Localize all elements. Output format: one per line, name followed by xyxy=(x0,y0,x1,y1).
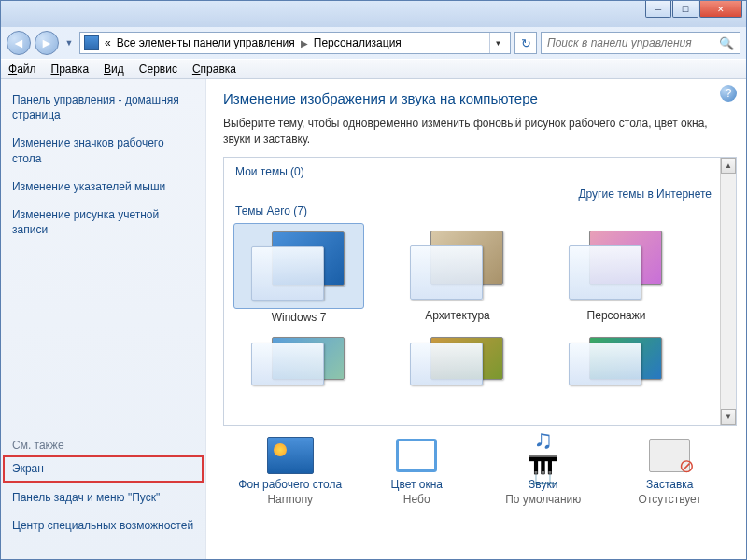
sidebar-link-icons[interactable]: Изменение значков рабочего стола xyxy=(12,135,194,165)
footer-window-color[interactable]: Цвет окна Небо xyxy=(356,437,477,506)
search-box: 🔍 xyxy=(541,32,740,54)
help-icon[interactable]: ? xyxy=(720,85,737,102)
theme-windows7[interactable]: Windows 7 xyxy=(233,223,364,324)
back-button[interactable]: ◄ xyxy=(7,31,31,55)
menu-edit-label: равка xyxy=(59,63,89,76)
control-panel-icon xyxy=(84,35,99,50)
forward-button[interactable]: ► xyxy=(35,31,59,55)
menu-tools[interactable]: Сервис xyxy=(139,63,177,76)
footer-value: Отсутствует xyxy=(609,493,730,506)
minimize-button[interactable]: ─ xyxy=(645,1,671,18)
maximize-button[interactable]: ☐ xyxy=(672,1,698,18)
menu-edit[interactable]: Правка xyxy=(51,63,90,76)
desktop-background-icon xyxy=(267,437,314,474)
sidebar-link-taskbar[interactable]: Панель задач и меню "Пуск" xyxy=(12,490,194,505)
footer-sounds[interactable]: ♫🎹 Звуки По умолчанию xyxy=(483,437,604,506)
address-dropdown[interactable]: ▼ xyxy=(489,33,506,53)
theme-item[interactable] xyxy=(551,329,682,393)
refresh-button[interactable]: ↻ xyxy=(514,32,537,54)
close-button[interactable]: ✕ xyxy=(699,1,742,18)
footer-label: Звуки xyxy=(483,478,604,491)
page-subtitle: Выберите тему, чтобы одновременно измени… xyxy=(223,116,737,147)
window: ─ ☐ ✕ ◄ ► ▼ « Все элементы панели управл… xyxy=(0,0,747,560)
sidebar-link-accessibility[interactable]: Центр специальных возможностей xyxy=(12,518,194,533)
my-themes-label: Мои темы (0) xyxy=(235,165,715,178)
search-input[interactable] xyxy=(547,36,719,49)
breadcrumb-level1[interactable]: Все элементы панели управления xyxy=(117,36,295,49)
theme-grid: Windows 7 Архитектура Перс xyxy=(233,223,715,324)
menubar: Файл Правка Вид Сервис Справка xyxy=(1,59,746,79)
sidebar: Панель управления - домашняя страница Из… xyxy=(1,79,206,559)
internet-themes-link[interactable]: Другие темы в Интернете xyxy=(578,188,712,201)
scrollbar[interactable]: ▲ ▼ xyxy=(720,158,736,425)
footer-screensaver[interactable]: Заставка Отсутствует xyxy=(609,437,730,506)
theme-item[interactable] xyxy=(392,329,523,393)
search-icon[interactable]: 🔍 xyxy=(719,36,734,50)
theme-name: Windows 7 xyxy=(233,311,364,324)
themes-panel: Мои темы (0) Другие темы в Интернете Тем… xyxy=(223,157,737,426)
sidebar-link-pointers[interactable]: Изменение указателей мыши xyxy=(12,179,194,194)
footer-label: Цвет окна xyxy=(356,478,477,491)
footer-desktop-background[interactable]: Фон рабочего стола Harmony xyxy=(230,437,351,506)
theme-name: Архитектура xyxy=(392,309,523,322)
footer-panel: Фон рабочего стола Harmony Цвет окна Неб… xyxy=(223,426,737,510)
navbar: ◄ ► ▼ « Все элементы панели управления ▶… xyxy=(1,27,746,59)
sidebar-link-account-picture[interactable]: Изменение рисунка учетной записи xyxy=(12,207,194,237)
address-bar[interactable]: « Все элементы панели управления ▶ Персо… xyxy=(79,32,511,54)
main-panel: ? Изменение изображения и звука на компь… xyxy=(206,79,746,559)
history-dropdown[interactable]: ▼ xyxy=(63,34,76,52)
screensaver-icon xyxy=(649,439,690,472)
scroll-down-button[interactable]: ▼ xyxy=(721,409,736,425)
footer-value: По умолчанию xyxy=(483,493,604,506)
theme-characters[interactable]: Персонажи xyxy=(551,223,682,324)
sidebar-link-screen[interactable]: Экран xyxy=(12,461,194,476)
scroll-up-button[interactable]: ▲ xyxy=(721,158,736,174)
aero-themes-label: Темы Aero (7) xyxy=(235,204,715,217)
menu-help[interactable]: Справка xyxy=(192,63,236,76)
page-title: Изменение изображения и звука на компьют… xyxy=(223,91,737,106)
window-color-icon xyxy=(396,439,437,472)
theme-name: Персонажи xyxy=(551,309,682,322)
menu-file[interactable]: Файл xyxy=(8,63,36,76)
menu-tools-label: Сервис xyxy=(139,63,177,76)
theme-row-partial xyxy=(233,329,715,393)
footer-label: Заставка xyxy=(609,478,730,491)
menu-view[interactable]: Вид xyxy=(104,63,124,76)
footer-value: Небо xyxy=(356,493,477,506)
menu-file-label: айл xyxy=(17,63,35,76)
sidebar-home-link[interactable]: Панель управления - домашняя страница xyxy=(12,92,194,122)
content-area: Панель управления - домашняя страница Из… xyxy=(1,79,746,559)
menu-help-label: правка xyxy=(201,63,236,76)
breadcrumb-root: « xyxy=(105,36,111,49)
titlebar: ─ ☐ ✕ xyxy=(1,1,746,27)
menu-view-label: ид xyxy=(111,63,124,76)
see-also-label: См. также xyxy=(12,439,194,452)
breadcrumb-level2[interactable]: Персонализация xyxy=(314,36,402,49)
theme-architecture[interactable]: Архитектура xyxy=(392,223,523,324)
breadcrumb-separator: ▶ xyxy=(301,38,308,49)
theme-item[interactable] xyxy=(233,329,364,393)
footer-value: Harmony xyxy=(230,493,351,506)
highlighted-box: Экран xyxy=(3,455,204,482)
sounds-icon: ♫🎹 xyxy=(520,437,567,474)
footer-label: Фон рабочего стола xyxy=(230,478,351,491)
